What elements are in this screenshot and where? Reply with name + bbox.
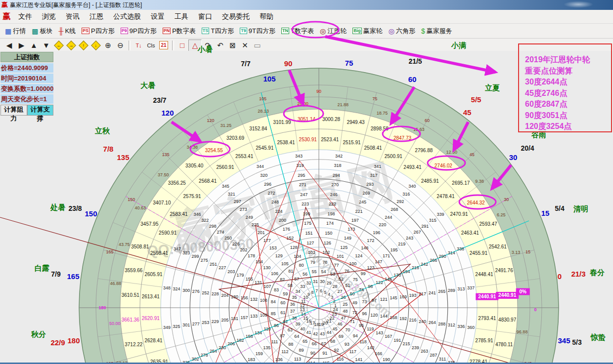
svg-text:194: 194 bbox=[403, 269, 410, 274]
tool-center-point-button[interactable]: ✕ bbox=[239, 40, 251, 51]
svg-text:63: 63 bbox=[288, 327, 293, 332]
toolbar-quotes-button[interactable]: ▦行情 bbox=[2, 26, 29, 37]
svg-text:75: 75 bbox=[353, 277, 358, 282]
svg-text:226: 226 bbox=[232, 242, 240, 246]
toolbar-gann-wheel-button[interactable]: ◎江恩轮 bbox=[317, 26, 350, 37]
svg-text:105: 105 bbox=[281, 261, 289, 266]
svg-text:87: 87 bbox=[280, 333, 285, 338]
svg-text:61: 61 bbox=[280, 310, 285, 315]
tool-calendar-button[interactable]: 21 bbox=[159, 41, 168, 49]
toolbar-9p-square-button[interactable]: P99P四方形 bbox=[118, 26, 160, 37]
tool-shift-up-button[interactable]: ↑ bbox=[77, 40, 89, 51]
tool-zoom-in-button[interactable]: ⊕ bbox=[102, 40, 114, 51]
tool-cls-button[interactable]: Cls bbox=[145, 40, 157, 51]
toolbar-winner-wheel-button[interactable]: Big赢家轮 bbox=[350, 26, 386, 37]
toolbar-hexagon-button[interactable]: ◎六角形 bbox=[386, 26, 418, 37]
tool-select-box-button[interactable]: ⊠ bbox=[226, 40, 239, 51]
shift-left-icon: ← bbox=[54, 40, 64, 50]
tool-shift-left-button[interactable]: ← bbox=[52, 40, 65, 51]
svg-text:3000.28: 3000.28 bbox=[322, 117, 341, 122]
tool-page-down-button[interactable]: ▼ bbox=[40, 40, 52, 51]
toolbar-9t-square-button[interactable]: T99T四方形 bbox=[237, 26, 278, 37]
tool-triangle-tool-button[interactable]: △ bbox=[188, 40, 202, 51]
menu-item-6[interactable]: 工具 bbox=[170, 11, 193, 23]
menu-item-7[interactable]: 窗口 bbox=[193, 11, 217, 23]
svg-text:56: 56 bbox=[303, 272, 307, 277]
svg-text:217: 217 bbox=[419, 291, 426, 296]
tool-next-button[interactable]: ▶ bbox=[15, 40, 28, 51]
svg-text:2485.91: 2485.91 bbox=[421, 178, 439, 184]
svg-text:84: 84 bbox=[271, 299, 276, 304]
annotation-box: 2019年江恩轮中轮重要点位测算30度2644点45度2746点60度2847点… bbox=[518, 43, 612, 132]
menu-item-5[interactable]: 设置 bbox=[146, 11, 170, 23]
menu-item-4[interactable]: 公式选股 bbox=[108, 11, 146, 23]
svg-text:336: 336 bbox=[457, 324, 465, 329]
svg-text:278: 278 bbox=[201, 353, 208, 358]
toolbar-kline-button[interactable]: ╫K线 bbox=[55, 26, 79, 37]
svg-text:178: 178 bbox=[248, 253, 255, 258]
toolbar-p-number-table-button[interactable]: PNP数字表 bbox=[160, 26, 199, 37]
svg-text:74: 74 bbox=[359, 287, 364, 292]
svg-text:98: 98 bbox=[368, 284, 373, 289]
toolbar-t-number-table-button[interactable]: TNT数字表 bbox=[278, 26, 317, 37]
tool-price-axis-button[interactable]: T↓ bbox=[132, 40, 145, 51]
toolbar-t-square-button[interactable]: TST四方形 bbox=[199, 26, 237, 37]
tool-rotate-cw-button[interactable]: ↷ bbox=[202, 40, 214, 51]
svg-text:298: 298 bbox=[209, 224, 217, 229]
tool-rotate-ccw-button[interactable]: ↶ bbox=[214, 40, 226, 51]
tool-page-up-button[interactable]: ▲ bbox=[28, 40, 40, 51]
toolbar-winner-service-button[interactable]: $赢家服务 bbox=[418, 26, 455, 37]
svg-text:342: 342 bbox=[335, 154, 343, 159]
svg-text:182: 182 bbox=[237, 338, 244, 343]
svg-text:77: 77 bbox=[334, 263, 339, 268]
t-square-icon: TS bbox=[202, 28, 210, 34]
svg-text:101: 101 bbox=[337, 254, 344, 259]
svg-text:323: 323 bbox=[182, 250, 190, 255]
svg-text:3661.36: 3661.36 bbox=[122, 317, 140, 323]
svg-text:3.13: 3.13 bbox=[512, 250, 521, 255]
toolbar-sectors-button[interactable]: ▩板块 bbox=[29, 26, 55, 37]
svg-text:341: 341 bbox=[374, 164, 381, 169]
svg-text:3356.25: 3356.25 bbox=[168, 180, 186, 186]
svg-text:245: 245 bbox=[359, 200, 366, 204]
menu-item-3[interactable]: 江恩 bbox=[85, 11, 108, 23]
t-number-table-icon: TN bbox=[281, 28, 289, 34]
tool-square-tool-button[interactable]: □ bbox=[176, 40, 188, 51]
tool-zoom-out-button[interactable]: ⊖ bbox=[114, 40, 127, 51]
menu-item-0[interactable]: 文件 bbox=[13, 11, 37, 23]
tool-shift-down-button[interactable]: ↓ bbox=[89, 40, 102, 51]
menu-item-2[interactable]: 资讯 bbox=[61, 11, 85, 23]
annotation-line-1: 重要点位测算 bbox=[525, 66, 611, 77]
svg-text:2545.91: 2545.91 bbox=[256, 145, 274, 151]
svg-text:12.50: 12.50 bbox=[446, 150, 458, 155]
svg-text:301: 301 bbox=[182, 323, 190, 327]
svg-text:118: 118 bbox=[359, 339, 366, 344]
tool-shift-right-button[interactable]: → bbox=[65, 40, 77, 51]
svg-text:294: 294 bbox=[333, 173, 340, 178]
calc-resistance-button[interactable]: 计算阻力 bbox=[0, 105, 27, 116]
svg-text:21.88: 21.88 bbox=[337, 102, 349, 107]
menu-item-8[interactable]: 交易委托 bbox=[217, 11, 255, 23]
svg-text:2470.91: 2470.91 bbox=[450, 211, 468, 217]
menu-item-9[interactable]: 帮助 bbox=[255, 11, 278, 23]
svg-text:242: 242 bbox=[421, 262, 428, 267]
svg-text:134: 134 bbox=[255, 330, 262, 335]
calc-support-button[interactable]: 计算支撑 bbox=[27, 105, 54, 116]
tool-screen-button[interactable]: ▭ bbox=[251, 40, 263, 51]
svg-text:320: 320 bbox=[260, 173, 267, 178]
svg-text:109: 109 bbox=[260, 313, 267, 318]
svg-text:205: 205 bbox=[221, 318, 228, 323]
tool-prev-button[interactable]: ◀ bbox=[3, 40, 15, 51]
svg-text:2575.91: 2575.91 bbox=[183, 194, 202, 199]
svg-text:90: 90 bbox=[316, 89, 321, 94]
svg-text:121: 121 bbox=[380, 297, 388, 302]
hexagon-label: 六角形 bbox=[396, 27, 415, 36]
svg-text:108: 108 bbox=[260, 298, 267, 303]
svg-text:321: 321 bbox=[228, 192, 235, 197]
menu-item-1[interactable]: 浏览 bbox=[37, 11, 61, 23]
toolbar-p-square-button[interactable]: PSP四方形 bbox=[79, 26, 118, 37]
svg-text:100: 100 bbox=[349, 261, 356, 266]
svg-text:97: 97 bbox=[372, 298, 377, 303]
svg-text:277: 277 bbox=[192, 322, 200, 326]
quotes-label: 行情 bbox=[13, 27, 26, 36]
